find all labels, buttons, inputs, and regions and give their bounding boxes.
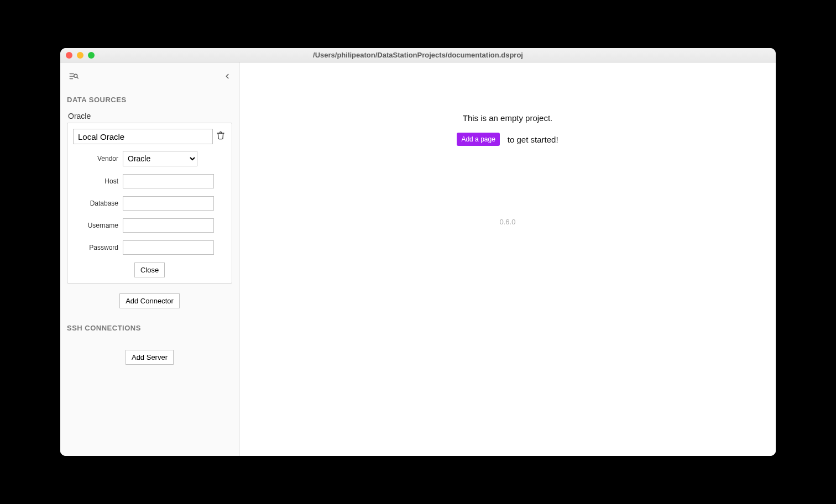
close-button[interactable]: Close [134, 262, 165, 277]
window-controls [66, 52, 95, 59]
close-row: Close [73, 262, 226, 277]
host-row: Host [73, 174, 226, 188]
add-page-button[interactable]: Add a page [457, 133, 499, 146]
database-input[interactable] [123, 196, 214, 211]
vendor-label: Vendor [73, 155, 123, 162]
titlebar: /Users/philipeaton/DataStationProjects/d… [60, 48, 776, 62]
password-label: Password [73, 244, 123, 251]
maximize-window-button[interactable] [88, 52, 95, 59]
password-input[interactable] [123, 240, 214, 255]
database-label: Database [73, 200, 123, 207]
data-source-name-input[interactable] [73, 129, 213, 144]
add-connector-row: Add Connector [67, 293, 232, 308]
data-source-name-row [73, 129, 226, 144]
username-label: Username [73, 222, 123, 229]
username-row: Username [73, 218, 226, 233]
delete-icon[interactable] [216, 130, 226, 143]
vendor-row: Vendor Oracle [73, 151, 226, 166]
sidebar: DATA SOURCES Oracle Vendor [60, 62, 239, 456]
add-server-row: Add Server [67, 350, 232, 365]
get-started-text: to get started! [508, 135, 558, 144]
add-connector-button[interactable]: Add Connector [119, 293, 180, 308]
sidebar-toolbar [67, 69, 232, 90]
data-source-card: Vendor Oracle Host Database Username [67, 123, 232, 284]
password-row: Password [73, 240, 226, 255]
collapse-sidebar-icon[interactable] [223, 72, 231, 80]
add-server-button[interactable]: Add Server [126, 350, 174, 365]
ssh-connections-header: SSH CONNECTIONS [67, 324, 232, 332]
app-window: /Users/philipeaton/DataStationProjects/d… [60, 48, 776, 456]
data-sources-header: DATA SOURCES [67, 96, 232, 104]
add-page-row: Add a page to get started! [457, 133, 558, 146]
version-label: 0.6.0 [500, 218, 516, 226]
vendor-select[interactable]: Oracle [123, 151, 197, 166]
search-list-icon[interactable] [68, 71, 79, 81]
window-title: /Users/philipeaton/DataStationProjects/d… [313, 51, 523, 59]
app-body: DATA SOURCES Oracle Vendor [60, 62, 776, 456]
minimize-window-button[interactable] [77, 52, 83, 59]
database-row: Database [73, 196, 226, 211]
close-window-button[interactable] [66, 52, 72, 59]
main-content: This is an empty project. Add a page to … [239, 62, 776, 456]
host-label: Host [73, 177, 123, 185]
host-input[interactable] [123, 174, 214, 188]
data-source-type-label: Oracle [67, 112, 232, 120]
svg-line-4 [77, 77, 78, 78]
empty-project-message: This is an empty project. [463, 113, 553, 123]
username-input[interactable] [123, 218, 214, 233]
